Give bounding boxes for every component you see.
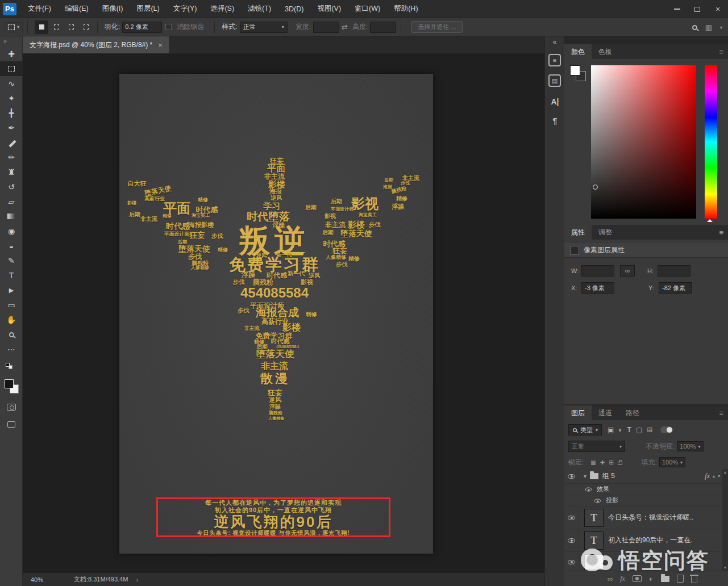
character-panel-icon[interactable]: A| bbox=[545, 97, 565, 106]
pen-tool[interactable]: ✎ bbox=[0, 253, 23, 268]
menu-item[interactable]: 滤镜(T) bbox=[241, 0, 278, 18]
collapsed-panel-icon-1[interactable]: ≡ bbox=[548, 54, 561, 66]
quick-mask-icon[interactable] bbox=[7, 404, 16, 411]
tab-paths[interactable]: 路径 bbox=[619, 405, 646, 420]
collapsed-panel-icon-2[interactable]: ▤ bbox=[548, 74, 561, 87]
chevron-up-icon[interactable]: ▴ bbox=[713, 474, 715, 479]
menu-item[interactable]: 文字(Y) bbox=[167, 0, 204, 18]
style-dropdown[interactable]: 正常 ▾ bbox=[240, 22, 288, 33]
height-field[interactable] bbox=[658, 265, 690, 277]
x-field[interactable]: -3 像素 bbox=[581, 282, 614, 294]
paragraph-panel-icon[interactable]: ¶ bbox=[545, 116, 565, 125]
lock-position-icon[interactable]: ⊞ bbox=[609, 459, 613, 466]
tool-preset-button[interactable]: ▾ bbox=[5, 22, 23, 32]
close-button[interactable]: × bbox=[708, 0, 728, 18]
menu-item[interactable]: 3D(D) bbox=[278, 0, 310, 18]
eyedropper-tool[interactable]: ✒ bbox=[0, 120, 23, 135]
layer-row-text-1[interactable]: T 今日头条号：视觉设计师暖... bbox=[564, 507, 722, 529]
new-selection-button[interactable] bbox=[35, 20, 48, 34]
rectangular-marquee-tool[interactable] bbox=[0, 61, 23, 76]
search-icon[interactable] bbox=[692, 25, 697, 30]
color-cursor-icon[interactable] bbox=[593, 185, 598, 190]
select-and-mask-button[interactable]: 选择并遮住 ... bbox=[411, 21, 462, 33]
history-brush-tool[interactable]: ↺ bbox=[0, 179, 23, 194]
visibility-cell[interactable] bbox=[564, 469, 579, 483]
lock-pixels-icon[interactable]: ✚ bbox=[600, 459, 605, 466]
screen-mode-icon[interactable] bbox=[7, 421, 15, 428]
menu-item[interactable]: 文件(F) bbox=[21, 0, 58, 18]
blend-mode-dropdown[interactable]: 正常 ▾ bbox=[568, 441, 625, 452]
path-selection-tool[interactable]: ► bbox=[0, 283, 23, 298]
chevron-down-icon[interactable]: ▾ bbox=[718, 474, 720, 479]
chevron-down-icon[interactable]: ▼ bbox=[583, 474, 588, 479]
visibility-cell[interactable] bbox=[564, 507, 579, 529]
panel-menu-icon[interactable]: ≡ bbox=[719, 48, 723, 56]
zoom-level[interactable]: 40% bbox=[31, 576, 63, 583]
eye-icon[interactable] bbox=[594, 499, 601, 503]
width-input[interactable] bbox=[313, 22, 339, 33]
filter-smart-object-icon[interactable]: ⊞ bbox=[647, 426, 652, 434]
filter-toggle[interactable] bbox=[660, 426, 673, 433]
default-colors-icon[interactable] bbox=[0, 362, 23, 370]
filter-shape-icon[interactable]: ▢ bbox=[636, 426, 642, 434]
rectangle-tool[interactable]: ▭ bbox=[0, 298, 23, 312]
chevron-down-icon[interactable]: ▾ bbox=[720, 25, 722, 30]
panel-menu-icon[interactable]: ≡ bbox=[719, 228, 723, 237]
layer-row-group[interactable]: ▼ 组 5 fx ▴ ▾ bbox=[564, 469, 722, 484]
expand-panels-icon[interactable]: « bbox=[545, 36, 564, 46]
menu-item[interactable]: 图层(L) bbox=[130, 0, 166, 18]
width-field[interactable] bbox=[581, 265, 614, 277]
spot-healing-brush-tool[interactable]: ▬ bbox=[0, 135, 23, 150]
layer-row-effects[interactable]: 效果 bbox=[564, 484, 722, 495]
tab-color[interactable]: 颜色 bbox=[564, 44, 592, 59]
crop-tool[interactable]: ╋ bbox=[0, 106, 23, 120]
edit-toolbar[interactable]: ⋯ bbox=[0, 342, 23, 357]
document-tab[interactable]: 文字海报.psd @ 40% (图层 2, RGB/8#) * × bbox=[23, 36, 170, 53]
lock-all-icon[interactable] bbox=[618, 462, 622, 465]
lock-transparency-icon[interactable]: ▦ bbox=[590, 459, 596, 466]
tab-properties[interactable]: 属性 bbox=[564, 225, 592, 240]
tab-close-icon[interactable]: × bbox=[158, 41, 163, 49]
tab-adjustments[interactable]: 调整 bbox=[592, 225, 619, 240]
brush-tool[interactable]: ✏ bbox=[0, 150, 23, 165]
visibility-cell[interactable] bbox=[564, 552, 579, 571]
eye-icon[interactable] bbox=[585, 487, 592, 491]
y-field[interactable]: -82 像素 bbox=[659, 282, 692, 294]
tab-layers[interactable]: 图层 bbox=[564, 405, 592, 420]
visibility-cell[interactable] bbox=[564, 529, 579, 551]
clone-stamp-tool[interactable]: ♜ bbox=[0, 165, 23, 179]
saturation-brightness-picker[interactable] bbox=[591, 65, 696, 219]
link-dimensions-icon[interactable]: ∞ bbox=[620, 265, 635, 277]
quick-selection-tool[interactable]: ✦ bbox=[0, 91, 23, 106]
lasso-tool[interactable]: ∿ bbox=[0, 76, 23, 91]
filter-adjustment-icon[interactable]: ◐ bbox=[618, 426, 622, 434]
feather-input[interactable] bbox=[122, 22, 162, 33]
menu-item[interactable]: 窗口(W) bbox=[348, 0, 387, 18]
tab-swatches[interactable]: 色板 bbox=[592, 44, 619, 59]
opacity-dropdown[interactable]: 100% ▾ bbox=[677, 441, 703, 451]
workspace-switcher-icon[interactable]: ▥ bbox=[705, 23, 712, 32]
scroll-up-icon[interactable]: ▲ bbox=[723, 470, 727, 474]
toolbar-collapse-icon[interactable]: » bbox=[0, 36, 22, 47]
foreground-color-swatch[interactable] bbox=[5, 379, 14, 388]
menu-item[interactable]: 帮助(H) bbox=[387, 0, 425, 18]
filter-image-icon[interactable]: ▣ bbox=[608, 426, 614, 434]
zoom-tool[interactable] bbox=[0, 327, 23, 342]
layer-row-drop-shadow[interactable]: 投影 bbox=[564, 495, 722, 507]
dodge-tool[interactable]: ◒ bbox=[0, 238, 23, 253]
height-input[interactable] bbox=[370, 22, 396, 33]
blur-tool[interactable]: ◉ bbox=[0, 224, 23, 238]
subtract-selection-button[interactable] bbox=[64, 20, 78, 34]
fill-dropdown[interactable]: 100% ▾ bbox=[659, 457, 685, 467]
panel-menu-icon[interactable]: ≡ bbox=[719, 409, 723, 417]
restore-button[interactable] bbox=[687, 0, 708, 18]
menu-item[interactable]: 编辑(E) bbox=[58, 0, 95, 18]
move-tool[interactable]: ✚ bbox=[0, 47, 23, 61]
menu-item[interactable]: 图像(I) bbox=[95, 0, 130, 18]
hand-tool[interactable]: ✋ bbox=[0, 312, 23, 327]
swap-dimensions-icon[interactable]: ⇄ bbox=[342, 23, 348, 31]
filter-type-dropdown[interactable]: 类型 ▾ bbox=[568, 424, 602, 436]
fx-icon[interactable]: fx bbox=[705, 472, 710, 480]
filter-type-icon[interactable]: T bbox=[627, 426, 631, 434]
checkbox-icon[interactable] bbox=[165, 24, 172, 30]
